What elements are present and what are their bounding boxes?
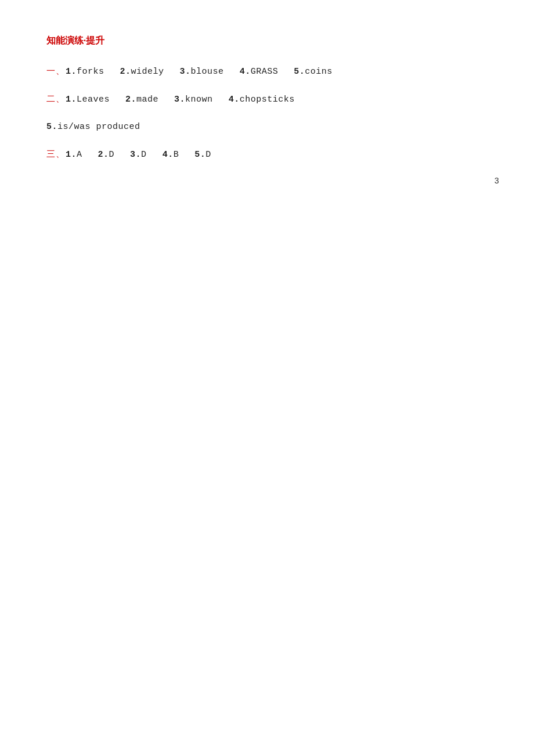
page-number: 3 xyxy=(495,177,499,186)
yi-item-1: 1.forks xyxy=(66,67,104,77)
section-san: 三、1.A 2.D 3.D 4.B 5.D xyxy=(46,146,488,163)
yi-item-5: 5.coins xyxy=(294,67,333,77)
prefix-san: 三、 xyxy=(46,149,64,159)
er-item-2: 2.made xyxy=(125,95,158,105)
page-container: 知能演练·提升 一、1.forks 2.widely 3.blouse 4.GR… xyxy=(0,0,534,209)
prefix-er: 二、 xyxy=(46,94,64,103)
er-item-4: 4.chopsticks xyxy=(229,95,295,105)
section-er-extra: 5.is/was produced xyxy=(46,119,488,135)
er-item-3: 3.known xyxy=(174,95,213,105)
san-item-1: 1.A xyxy=(66,150,82,160)
san-item-3: 3.D xyxy=(130,150,147,160)
yi-item-3: 3.blouse xyxy=(180,67,224,77)
er-item-1: 1.Leaves xyxy=(66,95,110,105)
prefix-yi: 一、 xyxy=(46,66,64,75)
er-item-5: 5.is/was produced xyxy=(46,122,140,132)
yi-item-2: 2.widely xyxy=(120,67,164,77)
section-title: 知能演练·提升 xyxy=(46,35,488,47)
san-item-4: 4.B xyxy=(163,150,179,160)
section-er: 二、1.Leaves 2.made 3.known 4.chopsticks xyxy=(46,91,488,107)
yi-item-4: 4.GRASS xyxy=(240,67,279,77)
san-item-2: 2.D xyxy=(98,150,115,160)
san-item-5: 5.D xyxy=(194,150,211,160)
section-yi: 一、1.forks 2.widely 3.blouse 4.GRASS 5.co… xyxy=(46,63,488,80)
